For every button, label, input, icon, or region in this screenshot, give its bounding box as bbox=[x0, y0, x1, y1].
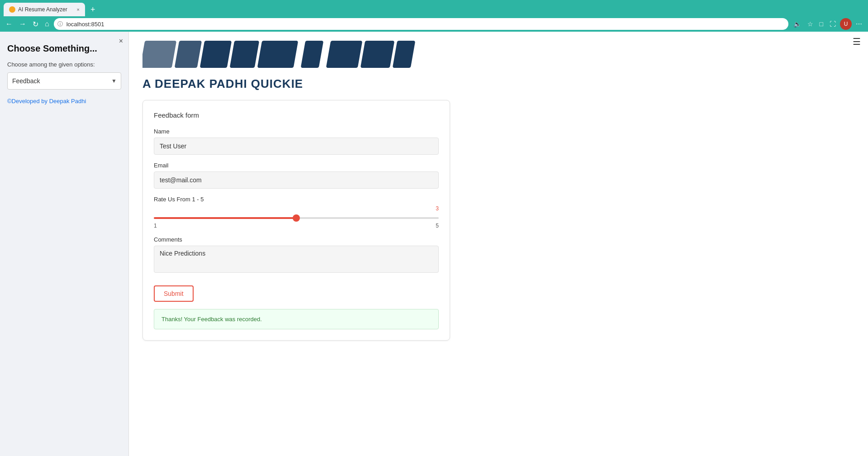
sidebar: × Choose Something... Choose among the g… bbox=[0, 32, 129, 456]
hamburger-menu-button[interactable]: ☰ bbox=[853, 36, 861, 47]
header-block-3 bbox=[200, 41, 232, 68]
feedback-form-card: Feedback form Name Email Rate Us From 1 … bbox=[142, 100, 450, 341]
favorites-button[interactable]: ☆ bbox=[805, 19, 816, 29]
header-block-4 bbox=[230, 41, 260, 68]
new-tab-button[interactable]: + bbox=[87, 3, 99, 16]
browser-toolbar: ← → ↻ ⌂ ⓘ 🔈 ☆ □ ⛶ U ⋯ bbox=[0, 16, 868, 32]
slider-max-label: 5 bbox=[436, 223, 439, 229]
rating-slider[interactable] bbox=[154, 217, 439, 219]
sidebar-subtitle: Choose among the given options: bbox=[7, 61, 121, 68]
success-message: Thanks! Your Feedback was recorded. bbox=[154, 309, 439, 329]
header-block-6 bbox=[301, 41, 324, 68]
header-block-8 bbox=[360, 41, 395, 68]
dev-link[interactable]: ©Developed by Deepak Padhi bbox=[7, 98, 86, 104]
slider-minmax: 1 5 bbox=[154, 223, 439, 229]
user-avatar[interactable]: U bbox=[840, 18, 852, 30]
read-aloud-button[interactable]: 🔈 bbox=[791, 19, 803, 29]
header-block-9 bbox=[393, 41, 416, 68]
browser-tabs: AI Resume Analyzer × + bbox=[0, 0, 868, 16]
option-select[interactable]: Feedback Resume Analyzer About bbox=[7, 72, 121, 90]
comments-textarea[interactable]: Nice Predictions bbox=[154, 246, 439, 273]
sidebar-title: Choose Something... bbox=[7, 43, 121, 54]
back-button[interactable]: ← bbox=[4, 19, 14, 29]
sidebar-select-wrap: Feedback Resume Analyzer About ▼ bbox=[7, 72, 121, 90]
address-lock-icon: ⓘ bbox=[57, 20, 63, 28]
header-block-2 bbox=[175, 41, 202, 68]
collections-button[interactable]: □ bbox=[817, 19, 825, 29]
rating-form-group: Rate Us From 1 - 5 3 1 5 bbox=[154, 196, 439, 229]
tab-title: AI Resume Analyzer bbox=[18, 6, 67, 13]
name-label: Name bbox=[154, 128, 439, 135]
forward-button[interactable]: → bbox=[17, 19, 28, 29]
screencap-button[interactable]: ⛶ bbox=[827, 19, 838, 29]
email-input[interactable] bbox=[154, 171, 439, 189]
toolbar-actions: 🔈 ☆ □ ⛶ U ⋯ bbox=[791, 18, 864, 30]
page-subtitle: A DEEPAK PADHI QUICKIE bbox=[142, 77, 854, 91]
address-bar-wrap: ⓘ bbox=[54, 18, 788, 30]
rating-value-display: 3 bbox=[154, 205, 439, 212]
submit-button[interactable]: Submit bbox=[154, 285, 194, 302]
slider-min-label: 1 bbox=[154, 223, 157, 229]
header-image-area bbox=[142, 41, 854, 70]
header-block-1 bbox=[142, 41, 176, 68]
comments-form-group: Comments Nice Predictions bbox=[154, 236, 439, 275]
name-input[interactable] bbox=[154, 138, 439, 155]
form-title: Feedback form bbox=[154, 111, 439, 119]
name-form-group: Name bbox=[154, 128, 439, 155]
rating-label: Rate Us From 1 - 5 bbox=[154, 196, 439, 203]
home-button[interactable]: ⌂ bbox=[43, 19, 51, 29]
email-label: Email bbox=[154, 162, 439, 169]
browser-tab-active[interactable]: AI Resume Analyzer × bbox=[4, 3, 85, 16]
tab-favicon bbox=[9, 6, 15, 13]
main-layout: × Choose Something... Choose among the g… bbox=[0, 32, 868, 456]
reload-button[interactable]: ↻ bbox=[31, 19, 40, 29]
comments-label: Comments bbox=[154, 236, 439, 243]
browser-chrome: AI Resume Analyzer × + ← → ↻ ⌂ ⓘ 🔈 ☆ □ ⛶… bbox=[0, 0, 868, 32]
tab-close-button[interactable]: × bbox=[77, 7, 80, 12]
settings-button[interactable]: ⋯ bbox=[854, 19, 864, 29]
header-block-5 bbox=[257, 41, 299, 68]
sidebar-close-button[interactable]: × bbox=[119, 37, 123, 45]
main-content: ☰ A DEEPAK PADHI QUICKIE Feedback form N… bbox=[129, 32, 868, 456]
email-form-group: Email bbox=[154, 162, 439, 189]
header-block-7 bbox=[326, 41, 363, 68]
address-bar[interactable] bbox=[54, 18, 788, 30]
